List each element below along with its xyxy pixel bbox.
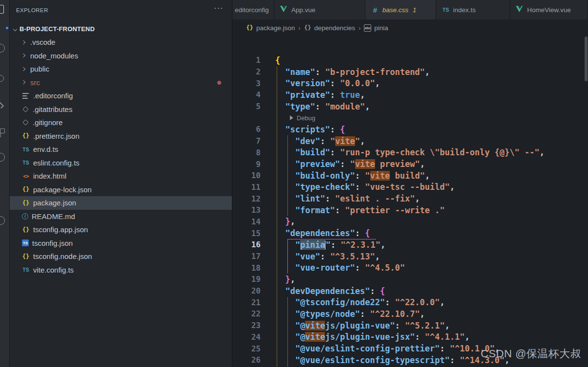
sidebar-item-src[interactable]: src: [10, 76, 232, 90]
line-number[interactable]: 12: [232, 194, 262, 203]
more-actions-icon[interactable]: ···: [214, 4, 223, 13]
line-number[interactable]: 20: [232, 286, 262, 295]
code-line[interactable]: 1{: [232, 55, 588, 66]
line-number[interactable]: 10: [232, 171, 262, 180]
source-control-icon[interactable]: [0, 73, 6, 84]
code-line[interactable]: 7 "dev": "vite",: [232, 135, 588, 147]
line-number[interactable]: 1: [232, 55, 262, 65]
sidebar-item-gitignore[interactable]: .gitignore: [10, 116, 232, 129]
line-number[interactable]: 21: [232, 298, 262, 307]
code-token: [275, 217, 285, 226]
code-line[interactable]: 18 "vue-router": "^4.5.0": [232, 262, 588, 274]
line-number[interactable]: 15: [232, 229, 262, 238]
sidebar-item-vscode[interactable]: .vscode: [10, 36, 232, 49]
line-number[interactable]: 23: [232, 321, 262, 330]
code-line[interactable]: 24 "@vitejs/plugin-vue-jsx": "^4.1.1",: [232, 331, 588, 343]
line-number[interactable]: 26: [232, 355, 262, 365]
code-line[interactable]: 8 "build": "run-p type-check \"build-onl…: [232, 147, 588, 159]
code-line[interactable]: 11 "type-check": "vue-tsc --build",: [232, 182, 588, 193]
sidebar-item-node-modules[interactable]: node_modules: [10, 49, 232, 63]
tab-homeview-vue[interactable]: HomeView.vue: [510, 0, 588, 19]
code-token: ,: [440, 297, 445, 307]
code-line[interactable]: 6 "scripts": {: [232, 124, 588, 135]
code-line[interactable]: 16 "pinia": "^2.3.1",: [232, 239, 588, 251]
code-token: "@tsconfig/node22": [295, 297, 385, 307]
breadcrumb-item-dependencies[interactable]: dependencies: [304, 24, 355, 32]
sidebar-root-folder[interactable]: B-PROJECT-FRONTEND: [10, 22, 232, 36]
code-token: ,: [445, 321, 450, 330]
code-line[interactable]: 22 "@types/node": "^22.10.7",: [232, 308, 588, 320]
line-number[interactable]: 19: [232, 275, 262, 284]
line-number[interactable]: 17: [232, 252, 262, 261]
line-number[interactable]: 8: [232, 148, 262, 157]
sidebar-item-tsconfig-json[interactable]: tsconfig.json: [10, 237, 232, 250]
code-line[interactable]: 17 "vue": "^3.5.13",: [232, 251, 588, 262]
sidebar-item-vite-config-ts[interactable]: vite.config.ts: [10, 263, 232, 277]
sidebar-item-package-json[interactable]: package.json: [10, 196, 232, 210]
code-line[interactable]: 12 "lint": "eslint . --fix",: [232, 193, 588, 204]
line-number[interactable]: 13: [232, 205, 262, 215]
line-number[interactable]: 3: [232, 79, 262, 88]
line-number[interactable]: 22: [232, 309, 262, 318]
sidebar-item-editorconfig[interactable]: .editorconfig: [10, 89, 232, 103]
codelens-debug-link[interactable]: Debug: [297, 114, 315, 122]
sidebar-item-package-lock-json[interactable]: package-lock.json: [10, 183, 232, 197]
code-line[interactable]: 3 "version": "0.0.0",: [232, 77, 588, 89]
code-line[interactable]: 21 "@tsconfig/node22": "^22.0.0",: [232, 296, 588, 308]
code-line[interactable]: 20 "devDependencies": {: [232, 285, 588, 297]
code-line[interactable]: 23 "@vitejs/plugin-vue": "^5.2.1",: [232, 320, 588, 331]
line-number[interactable]: 18: [232, 263, 262, 273]
account-icon[interactable]: [0, 152, 6, 163]
line-number[interactable]: 24: [232, 332, 262, 342]
item-label: .gitattributes: [33, 105, 73, 113]
notification-dot-badge: [6, 27, 8, 29]
line-number[interactable]: 5: [232, 102, 262, 111]
code-token: "lint": [295, 194, 325, 203]
files-icon[interactable]: [0, 4, 6, 15]
sidebar-item-tsconfig-node-json[interactable]: tsconfig.node.json: [10, 250, 232, 263]
breadcrumb-item-pinia[interactable]: pinia: [364, 24, 388, 32]
code-line[interactable]: 5 "type": "module",: [232, 101, 588, 112]
code-line[interactable]: 2 "name": "b-project-frontend",: [232, 66, 588, 78]
editorconfig-icon: [22, 92, 30, 100]
code-line[interactable]: 9 "preview": "vite preview",: [232, 158, 588, 170]
sidebar-item-index-html[interactable]: index.html: [10, 169, 232, 183]
code-line[interactable]: 15 "dependencies": {: [232, 227, 588, 239]
tab-editorconfig[interactable]: editorconfig: [232, 0, 274, 19]
line-number[interactable]: 14: [232, 217, 262, 226]
sidebar-item-public[interactable]: public: [10, 62, 232, 76]
settings-icon[interactable]: [0, 215, 6, 226]
git-icon: [22, 119, 29, 126]
sidebar-item-gitattributes[interactable]: .gitattributes: [10, 103, 232, 116]
sidebar-item-tsconfig-app-json[interactable]: tsconfig.app.json: [10, 223, 232, 237]
vertical-scrollbar[interactable]: [585, 37, 588, 81]
code-line[interactable]: 4 "private": true,: [232, 89, 588, 101]
tab-base-css[interactable]: base.css1: [365, 0, 436, 19]
code-line[interactable]: 19 },: [232, 274, 588, 285]
code-line[interactable]: 14 },: [232, 216, 588, 228]
tab-app-vue[interactable]: App.vue: [274, 0, 365, 19]
line-number[interactable]: 2: [232, 67, 262, 76]
line-number[interactable]: 11: [232, 183, 262, 192]
sidebar-item-eslint-config-ts[interactable]: eslint.config.ts: [10, 156, 232, 170]
code-token: "^14.3.0": [460, 355, 505, 365]
line-number[interactable]: 6: [232, 125, 262, 134]
line-number[interactable]: 16: [232, 240, 262, 249]
code-line[interactable]: 13 "format": "prettier --write .": [232, 204, 588, 216]
breadcrumb-item-package-json[interactable]: package.json: [246, 24, 295, 32]
search-icon[interactable]: [0, 43, 6, 54]
code-line[interactable]: 25 "@vue/eslint-config-prettier": "^10.1…: [232, 343, 588, 354]
code-line[interactable]: 26 "@vue/eslint-config-typescript": "^14…: [232, 354, 588, 366]
sidebar-item-prettierrc-json[interactable]: .prettierrc.json: [10, 129, 232, 143]
code-token: "0.0.0": [340, 78, 375, 88]
line-number[interactable]: 25: [232, 344, 262, 353]
line-number[interactable]: 7: [232, 136, 262, 146]
tab-index-ts[interactable]: index.ts: [436, 0, 510, 19]
sidebar-item-readme-md[interactable]: README.md: [10, 210, 232, 223]
line-number[interactable]: 4: [232, 90, 262, 99]
code-line[interactable]: 10 "build-only": "vite build",: [232, 170, 588, 182]
sidebar-item-env-d-ts[interactable]: env.d.ts: [10, 143, 232, 156]
line-number[interactable]: 9: [232, 160, 262, 169]
run-debug-icon[interactable]: [0, 100, 6, 110]
extensions-icon[interactable]: [0, 128, 6, 138]
